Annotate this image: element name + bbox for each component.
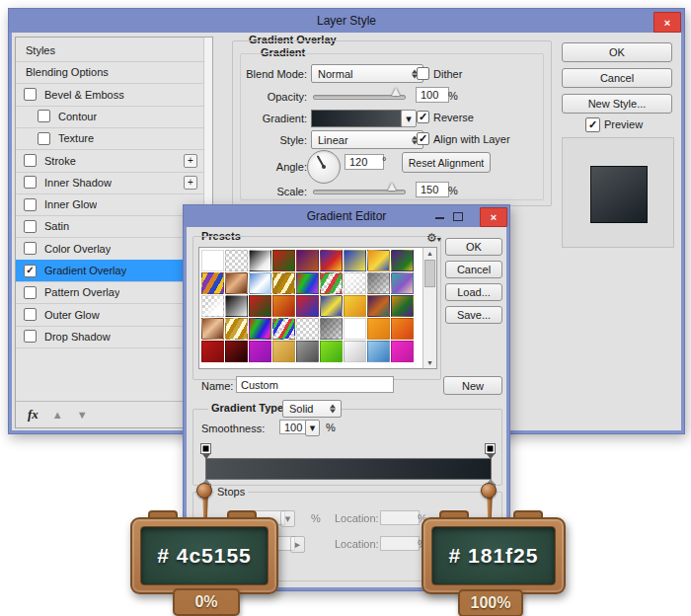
style-checkbox[interactable] (24, 265, 37, 277)
gradient-preset-swatch[interactable] (272, 272, 295, 294)
close-icon[interactable]: × (653, 12, 681, 33)
sidebar-item-outer-glow[interactable]: Outer Glow (16, 304, 203, 327)
gradient-preset-swatch[interactable] (225, 272, 248, 294)
align-with-layer-checkbox[interactable] (417, 132, 429, 145)
gradient-preset-swatch[interactable] (391, 250, 414, 271)
gradient-preset-swatch[interactable] (367, 250, 390, 271)
style-checkbox[interactable] (24, 198, 37, 211)
blend-mode-select[interactable]: Normal (311, 64, 423, 83)
gradient-preview-bar[interactable] (205, 458, 492, 480)
gradient-preset-swatch[interactable] (320, 272, 343, 294)
gradient-preset-swatch[interactable] (249, 272, 271, 294)
gradient-preset-swatch[interactable] (320, 250, 343, 271)
gradient-preset-swatch[interactable] (249, 295, 271, 317)
gradient-preset-swatch[interactable] (367, 318, 390, 340)
gradient-preset-swatch[interactable] (272, 295, 295, 317)
load-button[interactable]: Load... (445, 283, 502, 301)
gradient-preset-swatch[interactable] (249, 341, 271, 362)
gradient-preset-swatch[interactable] (201, 250, 224, 271)
style-checkbox[interactable] (24, 220, 37, 233)
gradient-preset-swatch[interactable] (272, 341, 295, 362)
style-checkbox[interactable] (24, 242, 37, 255)
gradient-preset-swatch[interactable] (225, 318, 248, 340)
smoothness-dropdown-button[interactable]: ▾ (305, 420, 320, 436)
style-select[interactable]: Linear (311, 130, 423, 149)
style-checkbox[interactable] (24, 88, 37, 101)
gradient-preset-swatch[interactable] (225, 250, 248, 271)
reverse-checkbox[interactable] (417, 111, 429, 123)
preview-checkbox[interactable] (585, 117, 600, 132)
gradient-preset-swatch[interactable] (320, 295, 343, 317)
new-button[interactable]: New (443, 376, 502, 395)
angle-dial[interactable] (307, 150, 341, 184)
style-checkbox[interactable] (24, 330, 37, 343)
gradient-preset-swatch[interactable] (391, 318, 414, 340)
move-up-icon[interactable]: ▲ (52, 409, 63, 421)
move-down-icon[interactable]: ▼ (77, 409, 88, 421)
presets-scrollbar[interactable]: ▲ ▼ (422, 248, 436, 368)
minimize-icon[interactable] (435, 217, 444, 219)
gradient-dropdown-button[interactable]: ▾ (401, 110, 417, 127)
gradient-preset-swatch[interactable] (320, 341, 343, 362)
cancel-button[interactable]: Cancel (562, 68, 672, 88)
gradient-preset-swatch[interactable] (201, 272, 224, 294)
sidebar-item-pattern-overlay[interactable]: Pattern Overlay (16, 281, 203, 304)
gradient-preset-swatch[interactable] (201, 318, 224, 340)
sidebar-item-bevel-emboss[interactable]: Bevel & Emboss (16, 84, 203, 107)
sidebar-item-color-overlay[interactable]: Color Overlay (16, 238, 203, 261)
sidebar-item-inner-shadow[interactable]: Inner Shadow+ (16, 172, 203, 194)
scale-input[interactable]: 150 (416, 182, 449, 197)
gradient-preset-swatch[interactable] (344, 341, 366, 362)
gradient-preset-swatch[interactable] (296, 318, 319, 340)
maximize-icon[interactable] (453, 212, 463, 221)
scale-slider-thumb[interactable] (388, 183, 396, 191)
gradient-preset-swatch[interactable] (249, 250, 271, 271)
style-checkbox[interactable] (24, 154, 37, 167)
gradient-preset-swatch[interactable] (367, 272, 390, 294)
gradient-preset-swatch[interactable] (367, 341, 390, 362)
gradient-preset-swatch[interactable] (391, 295, 414, 317)
gradient-preset-swatch[interactable] (201, 341, 224, 362)
gradient-preset-swatch[interactable] (391, 341, 414, 362)
fx-icon[interactable]: fx (28, 407, 38, 423)
gradient-type-select[interactable]: Solid (282, 400, 342, 418)
ge-cancel-button[interactable]: Cancel (445, 261, 502, 278)
ok-button[interactable]: OK (562, 42, 672, 62)
style-checkbox[interactable] (24, 176, 37, 189)
opacity-slider-thumb[interactable] (392, 88, 400, 96)
close-icon[interactable]: × (480, 207, 507, 227)
gradient-preset-swatch[interactable] (344, 250, 366, 271)
gradient-preset-swatch[interactable] (296, 295, 319, 317)
gradient-preset-swatch[interactable] (344, 272, 366, 294)
dither-checkbox[interactable] (417, 67, 429, 80)
gradient-preset-swatch[interactable] (249, 318, 271, 340)
sidebar-item-drop-shadow[interactable]: Drop Shadow (16, 326, 203, 348)
name-input[interactable]: Custom (236, 376, 394, 393)
angle-input[interactable]: 120 (345, 154, 384, 170)
gradient-preset-swatch[interactable] (296, 250, 319, 271)
style-checkbox[interactable] (24, 308, 37, 321)
gradient-swatch[interactable] (311, 110, 402, 127)
gradient-preset-swatch[interactable] (201, 295, 224, 317)
style-checkbox[interactable] (38, 132, 50, 145)
scroll-up-icon[interactable]: ▲ (423, 250, 436, 257)
gradient-preset-swatch[interactable] (367, 295, 390, 317)
new-style-button[interactable]: New Style... (562, 94, 672, 114)
sidebar-item-gradient-overlay[interactable]: Gradient Overlay (16, 260, 203, 282)
gradient-preset-swatch[interactable] (225, 341, 248, 362)
stop-color-arrow[interactable]: ▸ (290, 536, 305, 553)
gradient-preset-swatch[interactable] (296, 341, 319, 362)
color-location-input[interactable] (380, 536, 420, 551)
gradient-preset-swatch[interactable] (344, 318, 366, 340)
sidebar-item-styles[interactable]: Styles (16, 39, 203, 62)
gradient-preset-swatch[interactable] (391, 272, 414, 294)
sidebar-item-contour[interactable]: Contour (16, 106, 203, 128)
style-checkbox[interactable] (38, 110, 50, 122)
gradient-preset-swatch[interactable] (272, 318, 295, 340)
sidebar-item-blending-options[interactable]: Blending Options (16, 61, 203, 84)
ge-ok-button[interactable]: OK (445, 238, 502, 256)
sidebar-item-texture[interactable]: Texture (16, 127, 203, 150)
gradient-preset-swatch[interactable] (225, 295, 248, 317)
gradient-preset-swatch[interactable] (296, 272, 319, 294)
scrollbar-thumb[interactable] (424, 260, 435, 287)
